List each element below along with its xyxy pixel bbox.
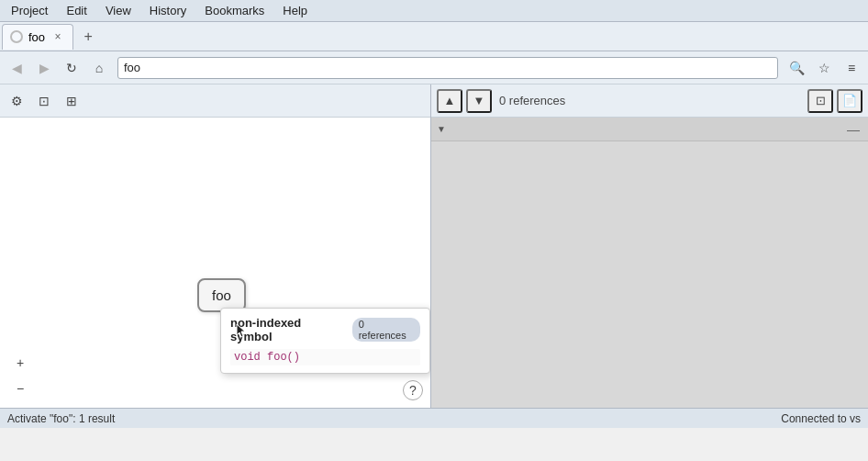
graph-area: foo non-indexed symbol 0 references void… <box>0 118 430 408</box>
tab-loading-icon <box>10 30 23 43</box>
tooltip-symbol-type: non-indexed symbol <box>230 316 345 343</box>
statusbar: Activate "foo": 1 result Connected to vs <box>0 408 868 428</box>
right-toolbar: ▲ ▼ 0 references ⊡ 📄 <box>431 84 868 118</box>
help-icon-area: ? <box>403 380 423 400</box>
graph-export-button[interactable]: ⊡ <box>31 89 57 113</box>
menu-history[interactable]: History <box>142 2 194 19</box>
tooltip-code: void foo() <box>230 349 420 365</box>
left-panel: ⚙ ⊡ ⊞ foo non-indexed symbol 0 reference… <box>0 84 431 408</box>
home-button[interactable]: ⌂ <box>86 56 112 80</box>
bookmark-button[interactable]: ☆ <box>811 56 837 80</box>
scroll-up-button[interactable]: ▲ <box>437 89 462 113</box>
menubar: Project Edit View History Bookmarks Help <box>0 0 868 22</box>
export-button[interactable]: 📄 <box>837 89 862 113</box>
menu-help[interactable]: Help <box>275 2 315 19</box>
more-button[interactable]: ≡ <box>839 56 864 80</box>
tab-title: foo <box>28 30 45 44</box>
forward-button[interactable]: ▶ <box>31 56 57 80</box>
menu-edit[interactable]: Edit <box>59 2 94 19</box>
tab-foo[interactable]: foo × <box>2 24 73 50</box>
back-button[interactable]: ◀ <box>4 56 29 80</box>
graph-layout-button[interactable]: ⊞ <box>59 89 84 113</box>
help-button[interactable]: ? <box>403 380 423 400</box>
expand-icon: ▼ <box>437 124 446 134</box>
menu-view[interactable]: View <box>98 2 139 19</box>
right-content-header: ▼ — <box>431 118 868 141</box>
tooltip-header: non-indexed symbol 0 references <box>230 316 420 343</box>
scroll-down-button[interactable]: ▼ <box>466 89 492 113</box>
url-input[interactable] <box>117 57 778 79</box>
search-button[interactable]: 🔍 <box>784 56 809 80</box>
status-right: Connected to vs <box>781 412 861 425</box>
menu-bookmarks[interactable]: Bookmarks <box>197 2 272 19</box>
zoom-in-button[interactable]: + <box>7 351 33 375</box>
zoom-out-button[interactable]: − <box>7 377 33 400</box>
right-panel: ▲ ▼ 0 references ⊡ 📄 ▼ — <box>431 84 868 408</box>
tab-close-button[interactable]: × <box>50 29 65 44</box>
main-area: ⚙ ⊡ ⊞ foo non-indexed symbol 0 reference… <box>0 84 868 408</box>
ref-count-label: 0 references <box>495 94 804 107</box>
tooltip-popup: non-indexed symbol 0 references void foo… <box>220 308 430 374</box>
graph-settings-button[interactable]: ⚙ <box>4 89 29 113</box>
nav-toolbar: ◀ ▶ ↻ ⌂ 🔍 ☆ ≡ <box>0 51 868 84</box>
reload-button[interactable]: ↻ <box>59 56 84 80</box>
tooltip-ref-badge: 0 references <box>352 318 420 342</box>
copy-button[interactable]: ⊡ <box>807 89 833 113</box>
graph-toolbar: ⚙ ⊡ ⊞ <box>0 84 430 118</box>
new-tab-button[interactable]: + <box>77 26 99 48</box>
right-content: ▼ — <box>431 118 868 408</box>
menu-project[interactable]: Project <box>4 2 55 19</box>
status-left: Activate "foo": 1 result <box>7 412 115 425</box>
collapse-button[interactable]: — <box>844 120 862 139</box>
tabbar: foo × + <box>0 22 868 51</box>
bottom-left-icons: + − <box>7 351 33 400</box>
